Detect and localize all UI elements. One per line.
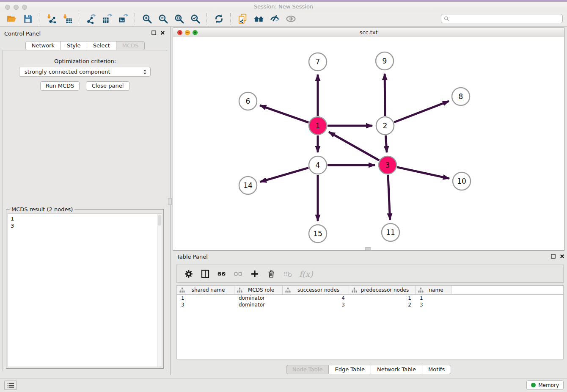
network-canvas[interactable]: 1234678910111415 [173, 37, 564, 250]
table-cell[interactable]: 3 [177, 302, 234, 308]
export-table-icon[interactable] [101, 13, 113, 25]
graph-node-8[interactable]: 8 [452, 88, 470, 105]
svg-text:8: 8 [459, 92, 463, 101]
table-options-icon[interactable] [184, 269, 194, 279]
result-line: 3 [11, 222, 162, 229]
export-image-icon[interactable] [117, 13, 129, 25]
import-network-icon[interactable] [45, 13, 58, 25]
table-toolbar: f(x) [176, 265, 564, 283]
zoom-selected-icon[interactable] [189, 13, 201, 25]
table-cell[interactable]: 3 [283, 302, 349, 308]
float-panel-icon[interactable] [151, 30, 156, 35]
network-graph[interactable]: 1234678910111415 [173, 37, 564, 250]
graph-node-11[interactable]: 11 [382, 224, 399, 241]
add-row-icon[interactable] [250, 269, 260, 279]
export-network-icon[interactable] [85, 13, 97, 25]
network-resize-grip[interactable] [365, 247, 371, 250]
table-row[interactable]: 1dominator411 [177, 295, 563, 301]
graph-node-3[interactable]: 3 [379, 156, 396, 174]
column-header-successor-nodes[interactable]: successor nodes [283, 286, 349, 294]
mcds-result-title: MCDS result (2 nodes) [10, 206, 74, 213]
column-header-shared-name[interactable]: shared name [177, 286, 234, 294]
table-cell[interactable]: 1 [416, 295, 451, 301]
graph-node-15[interactable]: 15 [309, 225, 327, 243]
table-cell[interactable]: 1 [177, 295, 234, 301]
zoom-in-icon[interactable] [140, 13, 153, 25]
result-scrollbar[interactable] [157, 214, 162, 367]
graph-edge-2-8[interactable] [394, 101, 449, 122]
graph-edge-2-3[interactable] [385, 135, 387, 152]
table-tab-network-table[interactable]: Network Table [371, 365, 422, 374]
run-mcds-button[interactable]: Run MCDS [40, 81, 80, 91]
status-bar: Memory [0, 378, 567, 392]
column-header-predecessor-nodes[interactable]: predecessor nodes [349, 286, 416, 294]
graph-edge-4-14[interactable] [260, 168, 308, 182]
graph-edge-3-1[interactable] [329, 132, 379, 160]
close-table-panel-icon[interactable] [560, 254, 564, 259]
table-tab-motifs[interactable]: Motifs [422, 365, 451, 374]
table-cell[interactable]: 2 [349, 302, 416, 308]
application-window: Session: New Session Control Panel [0, 0, 567, 392]
panel-divider-grip[interactable] [168, 198, 172, 205]
graph-node-14[interactable]: 14 [239, 177, 257, 194]
table-cell[interactable]: 4 [283, 295, 349, 301]
graph-node-7[interactable]: 7 [309, 53, 327, 71]
copy-network-view-icon[interactable] [236, 13, 249, 25]
zoom-fit-icon[interactable] [173, 13, 185, 25]
table-cell[interactable]: 3 [416, 302, 451, 308]
graph-edge-3-10[interactable] [397, 167, 449, 179]
column-header-MCDS-role[interactable]: MCDS role [234, 286, 283, 294]
function-builder-icon[interactable]: f(x) [299, 269, 313, 279]
node-table[interactable]: shared nameMCDS rolesuccessor nodesprede… [176, 285, 564, 359]
table-tab-node-table[interactable]: Node Table [286, 365, 329, 374]
task-history-button[interactable] [4, 381, 17, 390]
table-tab-edge-table[interactable]: Edge Table [329, 365, 371, 374]
table-row[interactable]: 3dominator323 [177, 301, 563, 308]
apply-layout-icon[interactable] [212, 13, 225, 25]
delete-row-icon[interactable] [266, 269, 276, 279]
graph-node-6[interactable]: 6 [239, 92, 257, 110]
table-panel-window-icons [551, 254, 564, 259]
column-header-name[interactable]: name [416, 286, 451, 294]
toolbar-separator [135, 13, 135, 25]
graphics-details-icon[interactable] [268, 13, 281, 25]
zoom-out-icon[interactable] [157, 13, 169, 25]
unselect-all-columns-icon[interactable] [233, 269, 243, 279]
close-panel-button[interactable]: Close panel [86, 81, 129, 91]
show-columns-icon[interactable] [200, 269, 210, 279]
graph-node-10[interactable]: 10 [453, 172, 471, 190]
birds-eye-view-icon[interactable] [284, 13, 297, 25]
tab-mcds[interactable]: MCDS [116, 41, 145, 50]
svg-text:2: 2 [383, 121, 388, 130]
import-table-icon[interactable] [61, 13, 74, 25]
search-field[interactable] [441, 14, 563, 23]
table-cell[interactable]: 1 [349, 295, 416, 301]
select-all-columns-icon[interactable] [217, 269, 227, 279]
mcds-result-area[interactable]: 13 [8, 213, 162, 367]
network-window-titlebar[interactable]: scc.txt [173, 28, 564, 38]
graph-edge-1-6[interactable] [260, 105, 308, 122]
tab-style[interactable]: Style [61, 41, 87, 50]
graph-edge-3-11[interactable] [388, 175, 390, 220]
search-input[interactable] [449, 14, 562, 23]
delete-table-icon[interactable] [283, 269, 293, 279]
criterion-dropdown[interactable]: strongly connected component [19, 67, 151, 77]
tab-network[interactable]: Network [25, 41, 61, 50]
home-icon[interactable] [252, 13, 265, 25]
memory-label: Memory [538, 382, 559, 388]
graph-node-9[interactable]: 9 [376, 52, 394, 70]
graph-node-2[interactable]: 2 [376, 117, 394, 135]
list-icon [7, 382, 14, 388]
float-table-panel-icon[interactable] [551, 254, 556, 259]
table-cell[interactable]: dominator [234, 302, 283, 308]
save-session-icon[interactable] [21, 13, 34, 25]
tab-select[interactable]: Select [87, 41, 116, 50]
graph-node-1[interactable]: 1 [309, 117, 327, 135]
graph-node-4[interactable]: 4 [309, 156, 327, 174]
table-cell[interactable]: dominator [234, 295, 283, 301]
graph-edge-2-9[interactable] [385, 74, 385, 116]
open-session-icon[interactable] [5, 13, 18, 25]
criterion-value: strongly connected component [25, 69, 143, 75]
close-panel-icon[interactable] [160, 30, 165, 35]
memory-button[interactable]: Memory [526, 380, 564, 390]
